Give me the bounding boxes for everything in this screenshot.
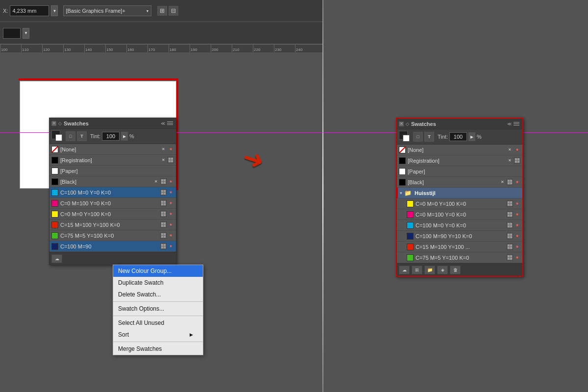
pf-cloud-btn-right[interactable]: ☁ bbox=[399, 266, 410, 274]
swatch-name-none-right: [None] bbox=[408, 147, 505, 153]
swatch-color-magenta-left bbox=[51, 200, 58, 207]
frame-type-left[interactable]: [Basic Graphics Frame]+ bbox=[63, 5, 151, 16]
swatch-color-gyellow-right bbox=[407, 200, 414, 207]
pf-cloud-btn-left[interactable]: ☁ bbox=[51, 254, 62, 263]
swatch-star-green: ★ bbox=[168, 232, 174, 239]
swatch-row-magenta-left[interactable]: C=0 M=100 Y=0 K=0 ★ bbox=[49, 198, 176, 209]
swatch-name-black-right: [Black] bbox=[408, 179, 497, 185]
x-field-left[interactable]: 4,233 mm bbox=[10, 5, 49, 16]
swatch-color-none-left bbox=[51, 146, 58, 153]
swatch-row-gdarkblue-right[interactable]: C=100 M=90 Y=10 K=0 ★ bbox=[397, 231, 522, 242]
tb-field2-left[interactable] bbox=[3, 28, 21, 39]
pf-swatch-btn-right[interactable]: ◈ bbox=[437, 266, 448, 274]
panel-collapse-left: ◇ bbox=[58, 121, 62, 126]
swatch-icons-yellow-left: ★ bbox=[160, 211, 174, 217]
swatch-color-red-left bbox=[51, 221, 58, 228]
swatch-color-gmagenta-right bbox=[407, 211, 414, 218]
swatch-row-none-right[interactable]: [None] ✕ ★ bbox=[397, 145, 522, 155]
pf-grid-btn-right[interactable]: ⊞ bbox=[412, 266, 422, 274]
pf-folder-btn-right[interactable]: 📁 bbox=[424, 266, 435, 274]
swatch-row-gmagenta-right[interactable]: C=0 M=100 Y=0 K=0 ★ bbox=[397, 209, 522, 220]
swatch-row-reg-left[interactable]: [Registration] ✕ bbox=[49, 155, 176, 166]
pt-percent-left: % bbox=[129, 133, 134, 139]
cm-item-select-unused[interactable]: Select All Unused bbox=[113, 317, 203, 329]
panel-close-right[interactable]: ✕ bbox=[399, 122, 404, 126]
swatch-row-darkblue-left[interactable]: C=100 M=90 ★ bbox=[49, 241, 176, 252]
swatch-star-red: ★ bbox=[168, 221, 174, 228]
swatch-grid-green bbox=[160, 232, 167, 239]
pt-rect-icon-right[interactable]: □ bbox=[413, 132, 423, 142]
cm-item-duplicate[interactable]: Duplicate Swatch bbox=[113, 277, 203, 289]
swatch-grid-reg-r bbox=[514, 157, 520, 164]
cm-item-merge[interactable]: Merge Swatches bbox=[113, 343, 203, 355]
swatches-panel-left: ✕ ◇ Swatches ≪ □ T Tint: 100 ▶ % [None] … bbox=[49, 118, 176, 265]
group-arrow-huisstijl: ▾ bbox=[400, 191, 402, 196]
swatch-row-reg-right[interactable]: [Registration] ✕ bbox=[397, 155, 522, 166]
pt-tint-arrow-right[interactable]: ▶ bbox=[468, 132, 475, 141]
swatch-name-green-left: C=75 M=5 Y=100 K=0 bbox=[60, 233, 158, 239]
swatch-name-magenta-left: C=0 M=100 Y=0 K=0 bbox=[60, 200, 158, 206]
x-arrow-left[interactable]: ▼ bbox=[51, 5, 58, 16]
panel-menu-left[interactable] bbox=[167, 120, 174, 127]
cm-item-delete[interactable]: Delete Swatch... bbox=[113, 289, 203, 300]
panel-toolbar-right: □ T Tint: 100 ▶ % bbox=[397, 129, 522, 145]
swatch-color-gcyan-right bbox=[407, 222, 414, 229]
swatch-color-reg-right bbox=[399, 157, 406, 164]
swatch-row-red-left[interactable]: C=15 M=100 Y=100 K=0 ★ bbox=[49, 220, 176, 230]
tb-icon2-left[interactable]: ⊟ bbox=[169, 6, 178, 16]
swatch-row-gcyan-right[interactable]: C=100 M=0 Y=0 K=0 ★ bbox=[397, 220, 522, 231]
page-red-top-left bbox=[19, 78, 177, 80]
pt-color-preview-left bbox=[51, 130, 64, 142]
cm-item-options[interactable]: Swatch Options... bbox=[113, 303, 203, 315]
tb-arrow2-left[interactable]: ▼ bbox=[23, 28, 29, 39]
panel-close-left[interactable]: ✕ bbox=[51, 121, 56, 126]
pf-trash-btn-right[interactable]: 🗑 bbox=[450, 266, 461, 274]
pt-tint-field-right[interactable]: 100 bbox=[449, 132, 467, 141]
swatch-group-huisstijl[interactable]: ▾ 📁 Huisstijl bbox=[397, 188, 522, 198]
ruler-left: 100 110 120 130 140 150 160 170 180 190 … bbox=[0, 44, 323, 53]
cm-sep1 bbox=[113, 301, 203, 302]
cm-item-sort[interactable]: Sort ▶ bbox=[113, 329, 203, 341]
pt-text-icon-right[interactable]: T bbox=[424, 132, 434, 142]
swatch-color-reg-left bbox=[51, 157, 58, 164]
swatch-star-gyellow: ★ bbox=[514, 200, 520, 207]
toolbar-row2-left: ▼ bbox=[0, 22, 323, 44]
swatch-row-black-left[interactable]: [Black] ✕ ★ bbox=[49, 176, 176, 187]
swatch-name-none-left: [None] bbox=[60, 147, 158, 152]
cm-sep3 bbox=[113, 342, 203, 342]
cm-item-new-colour-group[interactable]: New Colour Group... bbox=[113, 265, 203, 277]
swatch-icons-reg-left: ✕ bbox=[160, 157, 174, 163]
swatch-row-black-right[interactable]: [Black] ✕ ★ bbox=[397, 177, 522, 188]
swatch-color-yellow-left bbox=[51, 211, 58, 218]
swatches-panel-right: ✕ ◇ Swatches ≪ □ T Tint: 100 ▶ % [None] … bbox=[396, 118, 523, 277]
swatch-row-green-left[interactable]: C=75 M=5 Y=100 K=0 ★ bbox=[49, 230, 176, 241]
swatch-x-black: ✕ bbox=[153, 178, 159, 185]
swatch-row-gyellow-right[interactable]: C=0 M=0 Y=100 K=0 ★ bbox=[397, 198, 522, 209]
swatch-color-none-right bbox=[399, 147, 406, 153]
swatch-grid-magenta bbox=[160, 200, 167, 206]
swatch-row-yellow-left[interactable]: C=0 M=0 Y=100 K=0 ★ bbox=[49, 209, 176, 220]
swatch-grid-gdarkblue bbox=[507, 233, 513, 239]
swatch-name-ggreen-right: C=75 M=5 Y=100 K=0 bbox=[416, 255, 505, 261]
swatch-color-black-right bbox=[399, 179, 406, 186]
swatch-row-none-left[interactable]: [None] ✕ ★ bbox=[49, 144, 176, 155]
swatch-row-cyan-left[interactable]: C=100 M=0 Y=0 K=0 ★ bbox=[49, 187, 176, 198]
swatch-icons-none-right: ✕ ★ bbox=[507, 147, 520, 153]
swatch-icons-gyellow-right: ★ bbox=[507, 200, 520, 207]
swatch-color-paper-left bbox=[51, 168, 58, 174]
pt-tint-arrow-left[interactable]: ▶ bbox=[121, 132, 128, 141]
tb-icon1-left[interactable]: ⊞ bbox=[157, 6, 167, 16]
swatch-grid-yellow bbox=[160, 211, 167, 217]
swatch-star-black-r: ★ bbox=[514, 179, 520, 185]
swatch-row-gred-right[interactable]: C=15 M=100 Y=100 ... ★ bbox=[397, 242, 522, 252]
pt-tint-field-left[interactable]: 100 bbox=[102, 132, 120, 141]
swatch-row-paper-right[interactable]: [Paper] bbox=[397, 166, 522, 177]
swatch-star-cyan: ★ bbox=[168, 189, 174, 196]
swatch-row-ggreen-right[interactable]: C=75 M=5 Y=100 K=0 ★ bbox=[397, 252, 522, 263]
swatch-star-none: ★ bbox=[168, 146, 174, 152]
pt-text-icon-left[interactable]: T bbox=[77, 131, 87, 141]
swatch-row-paper-left[interactable]: [Paper] bbox=[49, 166, 176, 176]
pt-rect-icon-left[interactable]: □ bbox=[66, 131, 75, 141]
swatch-color-gdarkblue-right bbox=[407, 233, 414, 240]
panel-menu-right[interactable] bbox=[514, 121, 520, 127]
